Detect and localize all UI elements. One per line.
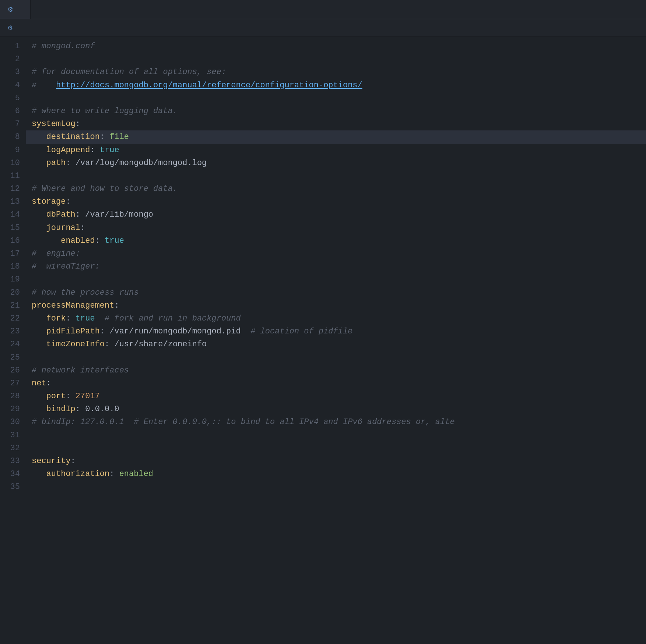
code-line — [32, 53, 640, 66]
line-number: 17 — [6, 247, 20, 260]
line-number: 31 — [6, 429, 20, 442]
code-line: enabled: true — [32, 234, 640, 247]
editor: 1234567891011121314151617181920212223242… — [0, 37, 646, 494]
line-number: 6 — [6, 105, 20, 118]
line-number: 32 — [6, 442, 20, 455]
line-number: 18 — [6, 260, 20, 273]
line-number: 11 — [6, 169, 20, 182]
code-line: fork: true # fork and run in background — [32, 312, 640, 325]
breadcrumb: ⚙ — [0, 19, 646, 37]
line-number: 8 — [6, 130, 20, 143]
line-number: 13 — [6, 195, 20, 208]
line-number: 5 — [6, 92, 20, 105]
code-line: path: /var/log/mongodb/mongod.log — [32, 157, 640, 169]
line-number: 10 — [6, 157, 20, 169]
line-number: 7 — [6, 118, 20, 130]
code-line — [32, 442, 640, 455]
line-numbers: 1234567891011121314151617181920212223242… — [0, 40, 26, 494]
code-view: 1234567891011121314151617181920212223242… — [0, 37, 646, 494]
line-number: 12 — [6, 182, 20, 195]
line-number: 16 — [6, 234, 20, 247]
gear-icon: ⚙ — [7, 6, 13, 14]
code-line: # for documentation of all options, see: — [32, 66, 640, 78]
line-number: 25 — [6, 351, 20, 364]
code-line — [32, 351, 640, 364]
line-number: 14 — [6, 208, 20, 221]
line-number: 3 — [6, 66, 20, 78]
line-number: 1 — [6, 40, 20, 53]
code-line: # mongod.conf — [32, 40, 640, 53]
breadcrumb-gear-icon: ⚙ — [7, 24, 13, 32]
file-tab[interactable]: ⚙ — [0, 0, 31, 19]
line-number: 15 — [6, 221, 20, 234]
code-line: # bindIp: 127.0.0.1 # Enter 0.0.0.0,:: t… — [32, 416, 640, 428]
line-number: 24 — [6, 338, 20, 351]
line-number: 35 — [6, 480, 20, 493]
line-number: 9 — [6, 144, 20, 157]
line-number: 2 — [6, 53, 20, 66]
code-line: pidFilePath: /var/run/mongodb/mongod.pid… — [32, 325, 640, 338]
code-line: systemLog: — [32, 118, 640, 130]
tab-bar: ⚙ — [0, 0, 646, 19]
code-line: journal: — [32, 221, 640, 234]
line-number: 26 — [6, 364, 20, 377]
code-line: net: — [32, 377, 640, 390]
code-line: # http://docs.mongodb.org/manual/referen… — [32, 79, 640, 92]
code-line: dbPath: /var/lib/mongo — [32, 208, 640, 221]
line-number: 19 — [6, 273, 20, 286]
code-line: # wiredTiger: — [32, 260, 640, 273]
code-line: processManagement: — [32, 299, 640, 312]
line-number: 20 — [6, 286, 20, 299]
code-line: bindIp: 0.0.0.0 — [32, 403, 640, 416]
code-line: authorization: enabled — [32, 468, 640, 480]
code-content[interactable]: # mongod.conf # for documentation of all… — [26, 40, 646, 494]
code-line: security: — [32, 455, 640, 468]
code-line: # network interfaces — [32, 364, 640, 377]
code-line: port: 27017 — [32, 390, 640, 403]
code-line — [32, 273, 640, 286]
code-line: logAppend: true — [32, 144, 640, 157]
line-number: 33 — [6, 455, 20, 468]
line-number: 27 — [6, 377, 20, 390]
line-number: 29 — [6, 403, 20, 416]
line-number: 4 — [6, 79, 20, 92]
line-number: 30 — [6, 416, 20, 428]
line-number: 28 — [6, 390, 20, 403]
line-number: 23 — [6, 325, 20, 338]
code-line: # engine: — [32, 247, 640, 260]
line-number: 21 — [6, 299, 20, 312]
code-line — [32, 169, 640, 182]
code-line: # how the process runs — [32, 286, 640, 299]
code-line: # where to write logging data. — [32, 105, 640, 118]
code-line: # Where and how to store data. — [32, 182, 640, 195]
code-line — [32, 429, 640, 442]
code-line: timeZoneInfo: /usr/share/zoneinfo — [32, 338, 640, 351]
code-line — [32, 92, 640, 105]
line-number: 34 — [6, 468, 20, 480]
code-line: destination: file — [26, 130, 646, 143]
line-number: 22 — [6, 312, 20, 325]
code-line: storage: — [32, 195, 640, 208]
code-line — [32, 480, 640, 493]
